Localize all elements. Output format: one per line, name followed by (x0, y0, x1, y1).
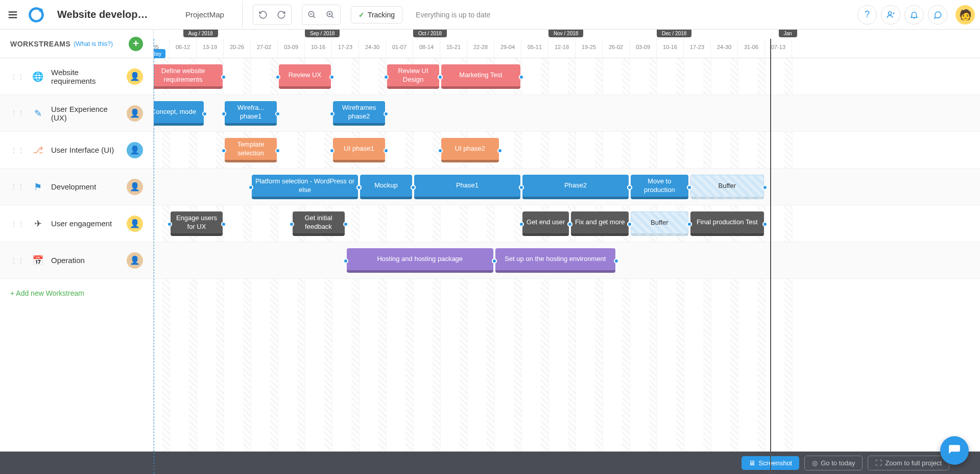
task-connector-dot[interactable] (687, 222, 692, 227)
task-bar[interactable]: Platform selection - WordPress or else (252, 175, 358, 199)
task-bar[interactable]: Marketing Test (441, 64, 520, 89)
workstream-owner-avatar[interactable]: 👤 (127, 142, 143, 158)
workstream-row[interactable]: ⋮⋮ 📅 Operation 👤 (0, 242, 153, 279)
task-connector-dot[interactable] (384, 111, 389, 116)
task-connector-dot[interactable] (614, 258, 619, 264)
tracking-button[interactable]: ✓ Tracking (351, 6, 402, 23)
task-bar[interactable]: Define website requirements (154, 64, 223, 89)
workstream-owner-avatar[interactable]: 👤 (127, 179, 143, 195)
task-bar[interactable]: Phase2 (522, 175, 629, 199)
workstream-owner-avatar[interactable]: 👤 (127, 252, 143, 269)
task-connector-dot[interactable] (329, 75, 334, 80)
task-connector-dot[interactable] (356, 185, 362, 190)
zoom-out-button[interactable] (304, 7, 320, 23)
drag-handle-icon[interactable]: ⋮⋮ (10, 146, 25, 154)
task-connector-dot[interactable] (248, 185, 253, 190)
task-bar[interactable]: Mockup (360, 175, 412, 199)
task-bar[interactable]: Buffer (631, 211, 688, 236)
task-bar[interactable]: Buffer (690, 175, 764, 199)
task-bar[interactable]: Hosting and hosting package (347, 248, 494, 273)
app-logo-icon[interactable] (27, 6, 45, 24)
workstream-row[interactable]: ⋮⋮ ⎇ User Interface (UI) 👤 (0, 132, 153, 169)
task-connector-dot[interactable] (221, 222, 226, 227)
task-connector-dot[interactable] (167, 222, 172, 227)
zoom-full-project-button[interactable]: ⛶ Zoom to full project (868, 456, 949, 470)
task-connector-dot[interactable] (221, 148, 226, 153)
task-bar[interactable]: Fix and get more (571, 211, 629, 236)
task-connector-dot[interactable] (275, 148, 280, 153)
zoom-in-button[interactable] (322, 7, 339, 23)
task-connector-dot[interactable] (329, 111, 334, 116)
undo-button[interactable] (255, 7, 271, 23)
hamburger-menu[interactable] (5, 7, 20, 22)
task-bar[interactable]: Wirefra... phase1 (225, 101, 277, 126)
task-connector-dot[interactable] (627, 185, 632, 190)
drag-handle-icon[interactable]: ⋮⋮ (10, 109, 25, 117)
workstreams-hint-link[interactable]: (What is this?) (74, 40, 113, 48)
task-bar[interactable]: UI phase2 (441, 138, 499, 162)
invite-user-button[interactable] (881, 5, 900, 25)
task-connector-dot[interactable] (221, 75, 226, 80)
drag-handle-icon[interactable]: ⋮⋮ (10, 183, 25, 191)
task-connector-dot[interactable] (202, 111, 207, 116)
task-connector-dot[interactable] (519, 75, 524, 80)
workstream-row[interactable]: ⋮⋮ 🌐 Website requirements 👤 (0, 58, 153, 95)
task-bar[interactable]: Wireframes phase2 (333, 101, 385, 126)
task-bar[interactable]: Concept, mode (154, 101, 204, 126)
task-connector-dot[interactable] (411, 185, 416, 190)
task-connector-dot[interactable] (762, 185, 768, 190)
task-connector-dot[interactable] (627, 222, 632, 227)
task-connector-dot[interactable] (221, 111, 226, 116)
redo-button[interactable] (273, 7, 290, 23)
task-bar[interactable]: Phase1 (414, 175, 520, 199)
task-connector-dot[interactable] (438, 148, 443, 153)
task-connector-dot[interactable] (384, 75, 389, 80)
task-bar[interactable]: Review UI Design (387, 64, 439, 89)
task-connector-dot[interactable] (343, 222, 348, 227)
drag-handle-icon[interactable]: ⋮⋮ (10, 220, 25, 228)
workstream-row[interactable]: ⋮⋮ ✎ User Experience (UX) 👤 (0, 95, 153, 132)
task-bar[interactable]: Get initial feedback (293, 211, 345, 236)
task-bar[interactable]: Move to production (631, 175, 688, 199)
user-avatar[interactable]: 🧑 (955, 5, 975, 25)
workstream-row[interactable]: ⋮⋮ ⚑ Development 👤 (0, 169, 153, 205)
task-connector-dot[interactable] (687, 185, 692, 190)
month-label: Jan (779, 30, 797, 37)
workstream-owner-avatar[interactable]: 👤 (127, 105, 143, 122)
task-connector-dot[interactable] (343, 258, 348, 264)
task-connector-dot[interactable] (275, 75, 280, 80)
tab-projectmap[interactable]: ProjectMap (168, 1, 243, 28)
task-connector-dot[interactable] (492, 258, 497, 264)
toolbar-right: ? 🧑 (857, 5, 975, 25)
task-connector-dot[interactable] (438, 75, 443, 80)
task-bar[interactable]: Set up on the hosting environment (495, 248, 615, 273)
task-bar[interactable]: UI phase1 (333, 138, 385, 162)
task-connector-dot[interactable] (762, 222, 768, 227)
drag-handle-icon[interactable]: ⋮⋮ (10, 256, 25, 265)
add-new-workstream-link[interactable]: + Add new Workstream (0, 279, 153, 307)
task-bar[interactable]: Final production Test (690, 211, 764, 236)
task-bar[interactable]: Review UX (279, 64, 331, 89)
chat-fab[interactable] (940, 436, 969, 465)
chat-button[interactable] (928, 5, 947, 25)
task-bar[interactable]: Template selection (225, 138, 277, 162)
workstream-owner-avatar[interactable]: 👤 (127, 216, 143, 232)
task-connector-dot[interactable] (289, 222, 294, 227)
task-connector-dot[interactable] (519, 222, 524, 227)
task-connector-dot[interactable] (275, 111, 280, 116)
task-connector-dot[interactable] (329, 148, 334, 153)
timeline-panel[interactable]: Aug / 2018Sep / 2018Oct / 2018Nov / 2018… (154, 30, 980, 474)
add-workstream-button[interactable]: + (129, 37, 143, 51)
task-connector-dot[interactable] (497, 148, 503, 153)
task-bar[interactable]: Engage users for UX (171, 211, 223, 236)
task-bar[interactable]: Get end user (522, 211, 569, 236)
task-connector-dot[interactable] (384, 148, 389, 153)
workstream-row[interactable]: ⋮⋮ ✈ User engagement 👤 (0, 205, 153, 242)
task-connector-dot[interactable] (519, 185, 524, 190)
workstream-owner-avatar[interactable]: 👤 (127, 68, 143, 85)
notifications-button[interactable] (904, 5, 924, 25)
drag-handle-icon[interactable]: ⋮⋮ (10, 73, 25, 81)
go-to-today-button[interactable]: ◎ Go to today (804, 456, 863, 470)
help-button[interactable]: ? (857, 5, 877, 25)
project-title[interactable]: Website developm... (57, 9, 154, 20)
